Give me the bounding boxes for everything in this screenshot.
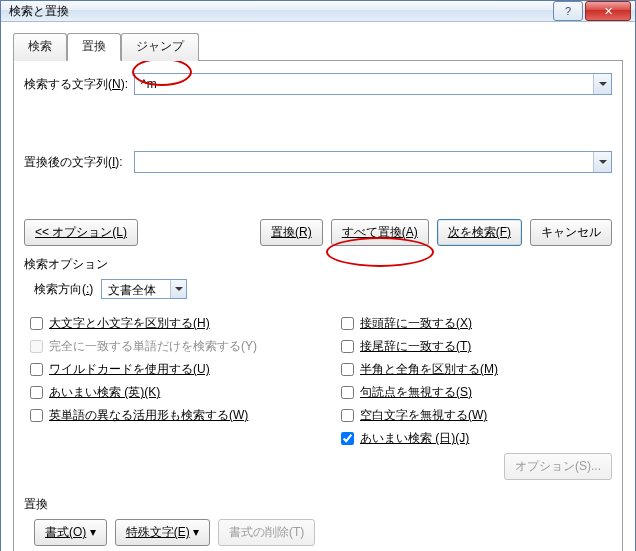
find-dropdown-button[interactable] xyxy=(593,74,611,94)
find-input[interactable] xyxy=(135,74,593,94)
close-icon: ✕ xyxy=(604,5,613,18)
replace-combo xyxy=(134,151,612,173)
content-area: 検索 置換 ジャンプ 検索する文字列(N): xyxy=(1,22,635,551)
check-whole-word: 完全に一致する単語だけを検索する(Y) xyxy=(30,338,301,355)
titlebar-buttons: ? ✕ xyxy=(553,1,631,21)
direction-row: 検索方向(:) 文書全体 xyxy=(34,279,612,299)
replace-button[interactable]: 置換(R) xyxy=(260,219,323,246)
replace-input[interactable] xyxy=(135,152,593,172)
check-wildcards[interactable]: ワイルドカードを使用する(U) xyxy=(30,361,301,378)
check-word-forms[interactable]: 英単語の異なる活用形も検索する(W) xyxy=(30,407,301,424)
action-buttons: << オプション(L) 置換(R) すべて置換(A) 次を検索(F) キャンセル xyxy=(24,219,612,246)
tabs: 検索 置換 ジャンプ xyxy=(13,32,623,60)
check-wildcards-input[interactable] xyxy=(30,363,43,376)
check-ignore-space-input[interactable] xyxy=(341,409,354,422)
chevron-down-icon xyxy=(175,287,183,291)
replace-row: 置換後の文字列(I): xyxy=(24,151,612,173)
find-next-button[interactable]: 次を検索(F) xyxy=(437,219,522,246)
tab-replace[interactable]: 置換 xyxy=(67,33,121,61)
check-match-case[interactable]: 大文字と小文字を区別する(H) xyxy=(30,315,301,332)
check-ignore-punct[interactable]: 句読点を無視する(S) xyxy=(341,384,612,401)
replace-label: 置換後の文字列(I): xyxy=(24,154,134,171)
direction-label: 検索方向(:) xyxy=(34,281,93,298)
direction-select[interactable]: 文書全体 xyxy=(101,279,187,299)
check-fuzzy-en-input[interactable] xyxy=(30,386,43,399)
check-match-prefix-input[interactable] xyxy=(341,317,354,330)
check-ignore-space[interactable]: 空白文字を無視する(W) xyxy=(341,407,612,424)
replace-dropdown-button[interactable] xyxy=(593,152,611,172)
check-fuzzy-jp-input[interactable] xyxy=(341,432,354,445)
tab-find[interactable]: 検索 xyxy=(13,33,67,61)
find-label: 検索する文字列(N): xyxy=(24,76,134,93)
clear-format-button: 書式の削除(T) xyxy=(218,519,315,546)
left-checkbox-column: 大文字と小文字を区別する(H) 完全に一致する単語だけを検索する(Y) ワイルド… xyxy=(30,309,301,480)
check-match-case-input[interactable] xyxy=(30,317,43,330)
check-whole-word-input xyxy=(30,340,43,353)
check-fuzzy-en[interactable]: あいまい検索 (英)(K) xyxy=(30,384,301,401)
find-row: 検索する文字列(N): xyxy=(24,73,612,95)
right-checkbox-column: 接頭辞に一致する(X) 接尾辞に一致する(T) 半角と全角を区別する(M) 句読… xyxy=(341,309,612,480)
options-less-button[interactable]: << オプション(L) xyxy=(24,219,138,246)
format-buttons: 書式(O) ▾ 特殊文字(E) ▾ 書式の削除(T) xyxy=(34,519,612,546)
find-replace-window: 検索と置換 ? ✕ 検索 置換 ジャンプ 検索する文字列(N): xyxy=(0,0,636,551)
search-options-header: 検索オプション xyxy=(24,256,612,273)
check-match-suffix-input[interactable] xyxy=(341,340,354,353)
check-ignore-width[interactable]: 半角と全角を区別する(M) xyxy=(341,361,612,378)
check-fuzzy-jp[interactable]: あいまい検索 (日)(J) xyxy=(341,430,612,447)
cancel-button[interactable]: キャンセル xyxy=(530,219,612,246)
chevron-down-icon: ▾ xyxy=(193,525,199,539)
format-button[interactable]: 書式(O) ▾ xyxy=(34,519,107,546)
tab-jump[interactable]: ジャンプ xyxy=(121,33,199,61)
find-combo xyxy=(134,73,612,95)
chevron-down-icon xyxy=(599,82,607,86)
replace-section-header: 置換 xyxy=(24,496,612,513)
direction-value: 文書全体 xyxy=(102,280,170,298)
check-match-prefix[interactable]: 接頭辞に一致する(X) xyxy=(341,315,612,332)
options-s-button: オプション(S)... xyxy=(504,453,612,480)
check-match-suffix[interactable]: 接尾辞に一致する(T) xyxy=(341,338,612,355)
help-button[interactable]: ? xyxy=(553,1,583,21)
direction-dropdown-button[interactable] xyxy=(170,280,186,298)
titlebar: 検索と置換 ? ✕ xyxy=(1,1,635,22)
replace-all-button[interactable]: すべて置換(A) xyxy=(331,219,429,246)
close-button[interactable]: ✕ xyxy=(585,1,631,21)
check-ignore-width-input[interactable] xyxy=(341,363,354,376)
check-word-forms-input[interactable] xyxy=(30,409,43,422)
special-button[interactable]: 特殊文字(E) ▾ xyxy=(115,519,210,546)
help-icon: ? xyxy=(565,5,571,17)
window-title: 検索と置換 xyxy=(9,3,553,20)
chevron-down-icon: ▾ xyxy=(90,525,96,539)
chevron-down-icon xyxy=(599,160,607,164)
tabpanel-replace: 検索する文字列(N): 置換後の文字列(I): xyxy=(13,60,623,551)
checkbox-columns: 大文字と小文字を区別する(H) 完全に一致する単語だけを検索する(Y) ワイルド… xyxy=(30,309,612,480)
check-ignore-punct-input[interactable] xyxy=(341,386,354,399)
